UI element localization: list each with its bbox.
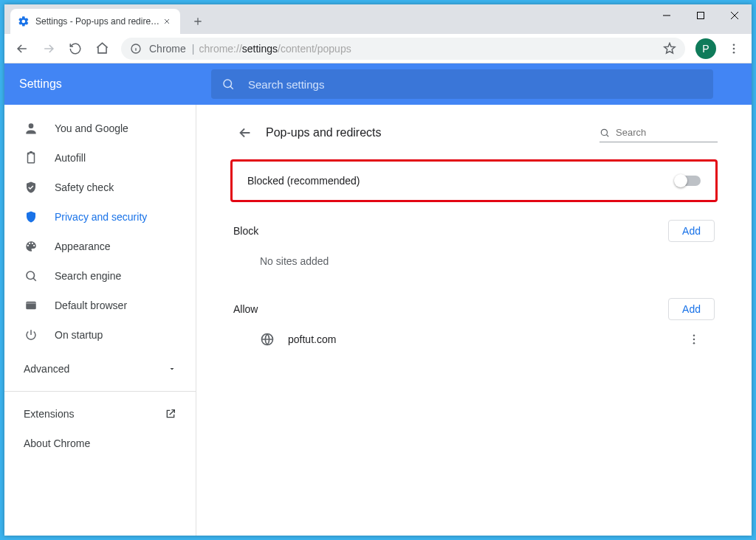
settings-favicon-icon — [18, 15, 30, 27]
search-icon — [24, 269, 38, 283]
new-tab-button[interactable] — [188, 11, 208, 32]
power-icon — [24, 328, 38, 342]
palette-icon — [24, 240, 38, 253]
page-header: Pop-ups and redirects — [230, 115, 718, 150]
allow-site-url: poftut.com — [288, 333, 336, 345]
settings-search-placeholder: Search settings — [248, 78, 324, 91]
sidebar-item-privacy-security[interactable]: Privacy and security — [4, 202, 196, 232]
svg-point-15 — [693, 342, 695, 345]
browser-menu-button[interactable] — [722, 37, 746, 60]
url-scheme: chrome:// — [199, 43, 241, 55]
chevron-down-icon — [168, 364, 176, 373]
blocked-toggle[interactable] — [676, 176, 701, 186]
divider — [4, 391, 196, 392]
sidebar-item-safety-check[interactable]: Safety check — [4, 173, 196, 202]
sidebar-item-on-startup[interactable]: On startup — [4, 320, 196, 350]
page-title: Pop-ups and redirects — [266, 126, 382, 139]
clipboard-icon — [24, 151, 38, 165]
shield-check-icon — [24, 181, 38, 194]
nav-home-button[interactable] — [90, 37, 114, 60]
allow-section-title: Allow — [233, 303, 258, 315]
site-actions-button[interactable] — [685, 330, 703, 348]
nav-back-button[interactable] — [10, 37, 34, 60]
svg-point-7 — [29, 123, 34, 128]
svg-point-14 — [693, 339, 695, 341]
site-info-icon[interactable] — [130, 43, 142, 55]
svg-point-8 — [27, 271, 35, 280]
globe-icon — [260, 332, 275, 347]
settings-search-box[interactable]: Search settings — [211, 69, 713, 99]
nav-forward-button[interactable] — [37, 37, 61, 60]
settings-main: Pop-ups and redirects Blocked (recommend… — [196, 105, 752, 536]
allow-section-header: Allow Add — [230, 298, 718, 320]
shield-icon — [24, 210, 38, 224]
sidebar-item-about[interactable]: About Chrome — [4, 429, 196, 458]
svg-point-5 — [733, 51, 735, 53]
svg-rect-1 — [698, 13, 704, 19]
sidebar-item-extensions[interactable]: Extensions — [4, 399, 196, 429]
blocked-toggle-card: Blocked (recommended) — [230, 159, 718, 202]
svg-point-13 — [693, 334, 695, 336]
page-back-button[interactable] — [230, 118, 260, 148]
omnibox[interactable]: Chrome | chrome://settings/content/popup… — [121, 38, 685, 60]
url-path: /content/popups — [278, 43, 351, 55]
url-host: settings — [242, 43, 278, 55]
window-close-button[interactable] — [718, 4, 752, 27]
block-section-header: Block Add — [230, 220, 718, 242]
svg-point-3 — [733, 44, 735, 46]
sidebar-item-default-browser[interactable]: Default browser — [4, 291, 196, 320]
person-icon — [24, 121, 38, 136]
settings-app-title: Settings — [19, 77, 211, 91]
blocked-label: Blocked (recommended) — [247, 175, 360, 187]
search-icon — [599, 128, 610, 138]
svg-point-11 — [601, 129, 607, 135]
browser-tab[interactable]: Settings - Pop-ups and redirects — [10, 9, 180, 34]
nav-reload-button[interactable] — [63, 37, 87, 60]
sidebar-item-autofill[interactable]: Autofill — [4, 143, 196, 173]
toggle-knob — [674, 174, 687, 187]
allow-add-button[interactable]: Add — [668, 298, 715, 320]
svg-point-4 — [733, 47, 735, 49]
tab-close-icon[interactable] — [161, 15, 173, 27]
browser-icon — [24, 299, 38, 312]
bookmark-star-icon[interactable] — [663, 42, 676, 55]
external-link-icon — [165, 408, 176, 420]
browser-toolbar: Chrome | chrome://settings/content/popup… — [4, 34, 752, 63]
profile-avatar[interactable]: P — [695, 38, 716, 59]
window-maximize-button[interactable] — [684, 4, 718, 27]
url-chrome-label: Chrome — [149, 43, 186, 55]
window-minimize-button[interactable] — [650, 4, 684, 27]
window-controls — [650, 4, 752, 27]
block-add-button[interactable]: Add — [668, 220, 715, 242]
sidebar-item-appearance[interactable]: Appearance — [4, 232, 196, 261]
settings-header: Settings Search settings — [4, 63, 752, 105]
block-section-title: Block — [233, 225, 258, 237]
sidebar-item-search-engine[interactable]: Search engine — [4, 261, 196, 291]
titlebar: Settings - Pop-ups and redirects — [4, 4, 752, 34]
sidebar-item-you-and-google[interactable]: You and Google — [4, 114, 196, 143]
sidebar-advanced-toggle[interactable]: Advanced — [4, 354, 196, 384]
search-icon — [221, 77, 235, 91]
block-empty-state: No sites added — [230, 242, 718, 280]
page-search-box[interactable] — [599, 123, 718, 142]
svg-rect-0 — [663, 15, 670, 16]
settings-sidebar: You and Google Autofill Safety check Pri… — [4, 105, 196, 536]
settings-app: Settings Search settings You and Google … — [4, 63, 752, 536]
tab-title: Settings - Pop-ups and redirects — [35, 16, 161, 27]
page-search-input[interactable] — [616, 127, 740, 138]
allow-site-row: poftut.com — [230, 320, 718, 359]
chrome-window: Settings - Pop-ups and redirects — [4, 4, 752, 536]
svg-point-6 — [224, 80, 232, 88]
